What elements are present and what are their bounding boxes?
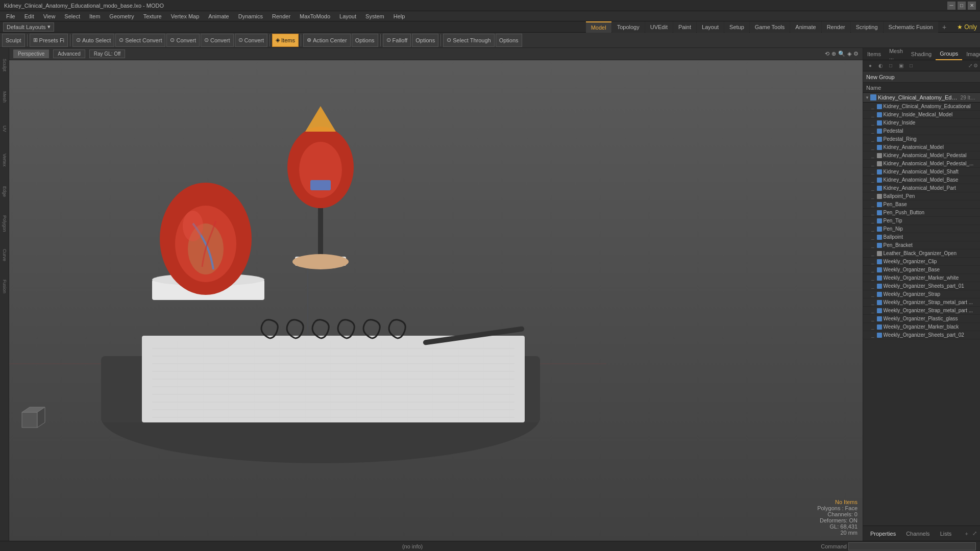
properties-tab[interactable]: Properties <box>866 530 900 538</box>
ray-gl-button[interactable]: Ray GL: Off <box>89 49 126 58</box>
menu-edit[interactable]: Edit <box>20 11 38 21</box>
tab-gametools[interactable]: Game Tools <box>750 21 790 33</box>
advanced-button[interactable]: Advanced <box>53 49 85 58</box>
rpanel-bottom-expand-icon[interactable]: ⤢ <box>972 530 977 537</box>
list-item[interactable]: _ Weekly_Organizer_Base <box>863 266 980 274</box>
tab-topology[interactable]: Topology <box>612 21 645 33</box>
viewport-fit-icon[interactable]: ⊕ <box>831 51 836 57</box>
main-group-header[interactable]: ▼ Kidney_Clinical_Anatomy_Educati... 29 … <box>863 93 980 102</box>
convert1-button[interactable]: ⊙ Convert <box>166 34 200 47</box>
subtab-icon-3[interactable]: □ <box>886 61 896 71</box>
layout-dropdown[interactable]: Default Layouts ▾ <box>3 22 54 32</box>
tab-schematic[interactable]: Schematic Fusion <box>884 21 938 33</box>
list-item[interactable]: _ Pen_Nip <box>863 225 980 233</box>
tab-model[interactable]: Model <box>586 21 611 33</box>
list-item[interactable]: _ Weekly_Organizer_Sheets_part_02 <box>863 331 980 339</box>
minimize-button[interactable]: ─ <box>947 2 955 10</box>
sidebar-polygon[interactable]: Polygon <box>1 208 9 239</box>
list-item[interactable]: _ Pedestal_Ring <box>863 135 980 143</box>
menu-geometry[interactable]: Geometry <box>105 11 138 21</box>
lists-tab[interactable]: Lists <box>936 530 956 538</box>
perspective-button[interactable]: Perspective <box>13 49 49 58</box>
list-item[interactable]: _ Weekly_Organizer_Clip <box>863 258 980 266</box>
menu-render[interactable]: Render <box>268 11 295 21</box>
list-item[interactable]: _ Kidney_Anatomical_Model_Pedestal_... <box>863 160 980 168</box>
command-input[interactable] <box>848 542 976 550</box>
list-item[interactable]: _ Ballpoint <box>863 233 980 241</box>
items-button[interactable]: ◈ Items <box>272 34 299 47</box>
menu-file[interactable]: File <box>2 11 19 21</box>
list-item[interactable]: _ Weekly_Organizer_Marker_black <box>863 323 980 331</box>
list-item[interactable]: _ Pen_Base <box>863 201 980 209</box>
subtab-icon-1[interactable]: ● <box>865 61 875 71</box>
sidebar-sculpt[interactable]: Sculpt <box>1 50 9 81</box>
viewport-center-icon[interactable]: ◈ <box>847 51 851 57</box>
sidebar-uv[interactable]: UV <box>1 113 9 144</box>
list-item[interactable]: _ Weekly_Organizer_Sheets_part_01 <box>863 282 980 290</box>
menu-texture[interactable]: Texture <box>139 11 166 21</box>
viewport-rotate-icon[interactable]: ⟲ <box>825 51 829 57</box>
rpanel-tab-images[interactable]: Images <box>962 48 980 60</box>
list-item[interactable]: _ Kidney_Inside_Medical_Model <box>863 111 980 119</box>
menu-select[interactable]: Select <box>60 11 84 21</box>
items-list[interactable]: ▼ Kidney_Clinical_Anatomy_Educati... 29 … <box>863 93 980 525</box>
rpanel-gear-icon[interactable]: ⚙ <box>973 63 978 68</box>
viewport-zoom-icon[interactable]: 🔍 <box>838 51 845 57</box>
menu-item[interactable]: Item <box>85 11 104 21</box>
subtab-icon-5[interactable]: □ <box>906 61 916 71</box>
options1-button[interactable]: Options <box>352 34 378 47</box>
list-item[interactable]: _ Kidney_Anatomical_Model_Pedestal <box>863 152 980 160</box>
list-item[interactable]: _ Pen_Tip <box>863 217 980 225</box>
subtab-icon-4[interactable]: ▣ <box>896 61 906 71</box>
list-item[interactable]: _ Kidney_Anatomical_Model <box>863 143 980 152</box>
list-item[interactable]: _ Weekly_Organizer_Strap_metal_part ... <box>863 298 980 307</box>
convert3-button[interactable]: ⊙ Convert <box>235 34 268 47</box>
rpanel-expand-icon[interactable]: ⤢ <box>968 63 972 68</box>
sidebar-mesh[interactable]: Mesh <box>1 82 9 112</box>
tab-scripting[interactable]: Scripting <box>851 21 883 33</box>
rpanel-tab-groups[interactable]: Groups <box>936 48 962 60</box>
menu-system[interactable]: System <box>361 11 388 21</box>
sculpt-button[interactable]: Sculpt <box>2 34 25 47</box>
channels-tab[interactable]: Channels <box>902 530 934 538</box>
list-item[interactable]: _ Ballpoint_Pen <box>863 192 980 201</box>
list-item[interactable]: _ Kidney_Anatomical_Model_Base <box>863 176 980 184</box>
list-item[interactable]: _ Pen_Bracket <box>863 241 980 249</box>
list-item[interactable]: _ Kidney_Anatomical_Model_Part <box>863 184 980 192</box>
close-button[interactable]: ✕ <box>968 2 976 10</box>
sidebar-fusion[interactable]: Fusion <box>1 271 9 302</box>
list-item[interactable]: _ Leather_Black_Organizer_Open <box>863 249 980 258</box>
maximize-button[interactable]: □ <box>958 2 966 10</box>
tab-uvedit[interactable]: UVEdit <box>645 21 673 33</box>
tab-layout[interactable]: Layout <box>697 21 724 33</box>
rpanel-tab-shading[interactable]: Shading <box>907 48 936 60</box>
rpanel-tab-items[interactable]: Items <box>863 48 885 60</box>
list-item[interactable]: _ Weekly_Organizer_Plastic_glass <box>863 315 980 323</box>
viewport-settings-icon[interactable]: ⚙ <box>853 51 859 57</box>
sidebar-curve[interactable]: Curve <box>1 240 9 270</box>
falloff-button[interactable]: ⊙ Falloff <box>383 34 411 47</box>
tab-paint[interactable]: Paint <box>673 21 696 33</box>
sidebar-edge[interactable]: Edge <box>1 177 9 207</box>
rpanel-tab-mesh[interactable]: Mesh ... <box>885 48 907 60</box>
list-item[interactable]: _ Pen_Push_Button <box>863 209 980 217</box>
select-convert-button[interactable]: ⊙ Select Convert <box>115 34 165 47</box>
tab-animate[interactable]: Animate <box>790 21 821 33</box>
menu-view[interactable]: View <box>39 11 60 21</box>
auto-select-button[interactable]: ⊙ Auto Select <box>72 34 114 47</box>
list-item[interactable]: _ Kidney_Clinical_Anatomy_Educational <box>863 103 980 111</box>
rpanel-bottom-add[interactable]: + <box>965 531 968 537</box>
viewport-canvas[interactable]: No Items Polygons : Face Channels: 0 Def… <box>9 60 863 541</box>
list-item[interactable]: _ Pedestal <box>863 127 980 135</box>
menu-layout[interactable]: Layout <box>335 11 360 21</box>
list-item[interactable]: _ Kidney_Inside <box>863 119 980 127</box>
list-item[interactable]: _ Kidney_Anatomical_Model_Shaft <box>863 168 980 176</box>
presets-button[interactable]: ⊞ Presets Fi <box>30 34 68 47</box>
options2-button[interactable]: Options <box>412 34 438 47</box>
sidebar-vertex[interactable]: Vertex <box>1 145 9 176</box>
menu-maxtoModo[interactable]: MaxToModo <box>296 11 334 21</box>
menu-help[interactable]: Help <box>389 11 409 21</box>
tab-render[interactable]: Render <box>822 21 850 33</box>
convert2-button[interactable]: ⊙ Convert <box>201 34 234 47</box>
tab-setup[interactable]: Setup <box>724 21 749 33</box>
